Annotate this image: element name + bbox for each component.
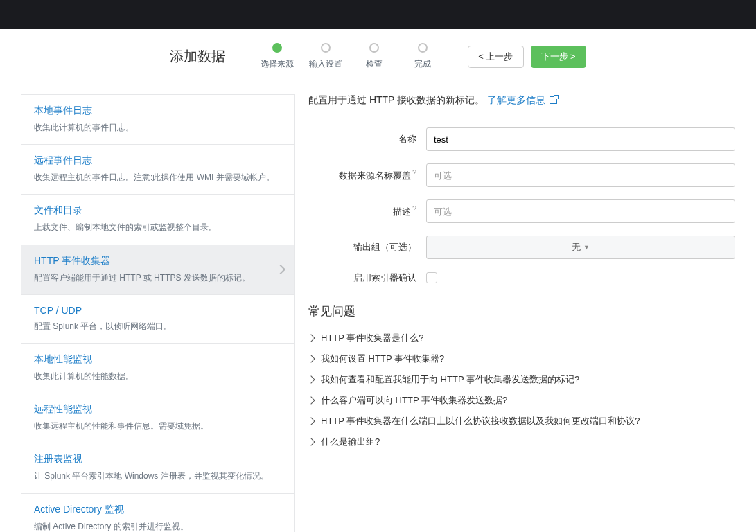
chevron-right-icon [307,355,315,362]
step-label: 输入设置 [309,58,342,70]
sidebar-item-desc: 配置 Splunk 平台，以侦听网络端口。 [34,320,281,333]
sidebar-item-title: TCP / UDP [34,305,281,316]
output-group-select[interactable]: 无 ▼ [426,236,735,259]
sidebar-item-title: 注册表监视 [34,453,281,466]
sidebar-item-title: 本地性能监视 [34,353,281,366]
indexer-ack-label: 启用索引器确认 [308,272,426,284]
form-row-indexer-ack: 启用索引器确认 [308,272,735,284]
wizard-title: 添加数据 [170,47,225,66]
faq-question: 什么是输出组? [321,436,380,448]
sidebar-item[interactable]: 本地事件日志收集此计算机的事件日志。 [21,95,294,145]
sidebar-item-desc: 收集此计算机的事件日志。 [34,121,281,134]
wizard-step: 选择来源 [253,43,301,70]
wizard-step: 完成 [398,43,447,70]
sidebar-item-desc: 上载文件、编制本地文件的索引或监视整个目录。 [34,221,281,234]
sidebar-item-desc: 收集远程主机的性能和事件信息。需要域凭据。 [34,420,281,433]
step-circle-icon [321,43,331,53]
faq-item[interactable]: HTTP 事件收集器在什么端口上以什么协议接收数据以及我如何更改端口和协议? [308,411,735,432]
caret-down-icon: ▼ [583,244,590,251]
description-input[interactable] [426,200,735,223]
chevron-right-icon [307,417,315,425]
faq-heading: 常见问题 [308,303,735,319]
sidebar-item-title: 远程性能监视 [34,403,281,416]
chevron-right-icon [307,438,315,445]
step-circle-icon [418,43,428,53]
faq-question: 什么客户端可以向 HTTP 事件收集器发送数据? [321,394,507,407]
faq-item[interactable]: 什么客户端可以向 HTTP 事件收集器发送数据? [308,390,735,411]
form-row-description: 描述? [308,200,735,223]
learn-more-link[interactable]: 了解更多信息 [487,94,557,105]
sidebar-item-desc: 配置客户端能用于通过 HTTP 或 HTTPS 发送数据的标记。 [34,272,281,285]
sidebar-item-title: HTTP 事件收集器 [34,255,281,267]
step-circle-icon [272,43,282,53]
sidebar-item-desc: 让 Splunk 平台索引本地 Windows 注册表，并监视其变化情况。 [34,470,281,483]
faq-question: 我如何查看和配置我能用于向 HTTP 事件收集器发送数据的标记? [321,373,579,386]
top-app-bar [0,0,756,29]
sidebar-item[interactable]: TCP / UDP配置 Splunk 平台，以侦听网络端口。 [21,295,294,344]
intro-sentence: 配置用于通过 HTTP 接收数据的新标记。 [308,94,484,105]
sidebar-item[interactable]: 本地性能监视收集此计算机的性能数据。 [21,344,294,393]
faq-list: HTTP 事件收集器是什么?我如何设置 HTTP 事件收集器?我如何查看和配置我… [308,328,735,452]
name-label: 名称 [308,133,426,145]
sidebar-item[interactable]: 文件和目录上载文件、编制本地文件的索引或监视整个目录。 [21,195,294,245]
description-label: 描述? [308,204,426,218]
source-type-sidebar: 本地事件日志收集此计算机的事件日志。远程事件日志收集远程主机的事件日志。注意:此… [21,94,295,532]
output-group-value: 无 [572,241,581,254]
sidebar-item-title: 文件和目录 [34,204,281,217]
sidebar-item-title: 远程事件日志 [34,154,281,167]
form-row-name: 名称 [308,127,735,151]
step-label: 检查 [366,58,383,70]
wizard-step: 检查 [350,43,398,70]
sidebar-item[interactable]: HTTP 事件收集器配置客户端能用于通过 HTTP 或 HTTPS 发送数据的标… [21,245,294,295]
source-override-label: 数据来源名称覆盖? [308,168,426,182]
faq-item[interactable]: 什么是输出组? [308,432,735,452]
wizard-steps: 选择来源输入设置检查完成 [253,43,447,70]
name-input[interactable] [426,127,735,151]
main-content: 本地事件日志收集此计算机的事件日志。远程事件日志收集远程主机的事件日志。注意:此… [0,80,756,532]
faq-item[interactable]: 我如何查看和配置我能用于向 HTTP 事件收集器发送数据的标记? [308,369,735,390]
sidebar-item-title: 本地事件日志 [34,105,281,117]
faq-question: HTTP 事件收集器是什么? [321,332,424,344]
form-row-output-group: 输出组（可选） 无 ▼ [308,236,735,259]
next-button[interactable]: 下一步 > [531,46,586,68]
sidebar-item[interactable]: 远程性能监视收集远程主机的性能和事件信息。需要域凭据。 [21,393,294,443]
wizard-actions: < 上一步 下一步 > [468,46,586,68]
faq-item[interactable]: HTTP 事件收集器是什么? [308,328,735,348]
chevron-right-icon [307,396,315,404]
step-label: 选择来源 [261,58,294,70]
intro-text: 配置用于通过 HTTP 接收数据的新标记。 了解更多信息 [308,94,735,107]
prev-button[interactable]: < 上一步 [468,46,523,68]
faq-item[interactable]: 我如何设置 HTTP 事件收集器? [308,348,735,369]
output-group-label: 输出组（可选） [308,241,426,254]
sidebar-item-title: Active Directory 监视 [34,504,281,516]
chevron-right-icon [307,334,315,342]
step-circle-icon [369,43,379,53]
sidebar-item[interactable]: 远程事件日志收集远程主机的事件日志。注意:此操作使用 WMI 并需要域帐户。 [21,145,294,195]
sidebar-item-desc: 收集此计算机的性能数据。 [34,370,281,383]
sidebar-item-desc: 编制 Active Directory 的索引并进行监视。 [34,520,281,533]
sidebar-item[interactable]: Active Directory 监视编制 Active Directory 的… [21,494,294,533]
form-row-source-override: 数据来源名称覆盖? [308,163,735,187]
wizard-header: 添加数据 选择来源输入设置检查完成 < 上一步 下一步 > [0,29,756,80]
config-panel: 配置用于通过 HTTP 接收数据的新标记。 了解更多信息 名称 数据来源名称覆盖… [308,94,735,452]
step-label: 完成 [414,58,431,70]
chevron-right-icon [307,375,315,383]
sidebar-item-desc: 收集远程主机的事件日志。注意:此操作使用 WMI 并需要域帐户。 [34,171,281,184]
external-link-icon [550,96,557,104]
faq-question: 我如何设置 HTTP 事件收集器? [321,353,444,365]
wizard-step: 输入设置 [301,43,350,70]
indexer-ack-checkbox[interactable] [426,272,437,283]
sidebar-item[interactable]: 注册表监视让 Splunk 平台索引本地 Windows 注册表，并监视其变化情… [21,443,294,493]
source-override-input[interactable] [426,163,735,187]
faq-question: HTTP 事件收集器在什么端口上以什么协议接收数据以及我如何更改端口和协议? [321,415,640,427]
